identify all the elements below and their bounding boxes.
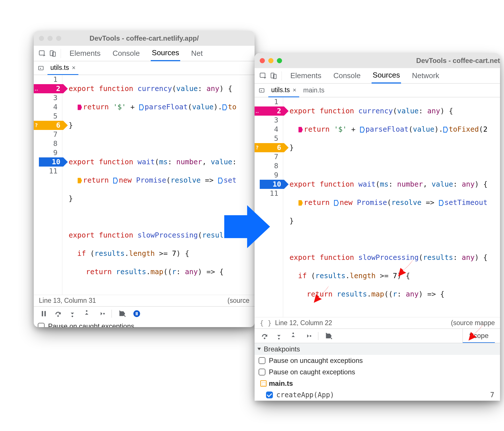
inspect-icon[interactable] [38, 49, 46, 58]
tab-elements[interactable]: Elements [289, 68, 322, 84]
step-out-icon[interactable] [288, 331, 298, 341]
breakpoint-row[interactable]: createApp(App) 7 [255, 389, 500, 401]
deactivate-breakpoints-icon[interactable] [324, 331, 334, 341]
step-marker-icon [218, 177, 223, 183]
step-icon[interactable] [96, 309, 106, 319]
file-tab-utils[interactable]: utils.ts × [47, 61, 78, 75]
tab-network[interactable]: Net [190, 46, 204, 61]
code-editor[interactable]: 1 ‥2 3 4 5 ?6 7 8 9 10 11 export functio… [255, 97, 500, 317]
source-text[interactable]: export function currency(value: any) { r… [283, 97, 487, 317]
window-title: DevTools - coffee-cart.net [353, 57, 500, 65]
step-over-icon[interactable] [53, 309, 63, 319]
close-icon[interactable]: × [293, 86, 296, 94]
pause-on-exceptions-icon[interactable] [132, 309, 142, 319]
conditional-gutter-mark: ? [255, 143, 260, 152]
step-marker-icon [334, 199, 339, 205]
pretty-print-icon[interactable]: { } [260, 319, 272, 327]
tab-console[interactable]: Console [111, 46, 141, 61]
source-map-indicator: (source [227, 297, 249, 305]
breakpoint-marker[interactable]: 10 [39, 157, 63, 167]
pause-uncaught-row[interactable]: Pause on uncaught exceptions [255, 355, 500, 366]
svg-point-16 [310, 335, 311, 337]
panel-tabs: Elements Console Sources Network [289, 68, 440, 84]
gutter[interactable]: 1 ‥2 3 4 5 ?6 7 8 9 10 11 [260, 97, 283, 317]
titlebar[interactable]: DevTools - coffee-cart.net [255, 53, 500, 68]
close-light[interactable] [39, 36, 44, 41]
source-text[interactable]: export function currency(value: any) { r… [62, 75, 237, 295]
pause-caught-label: Pause on caught exceptions [48, 322, 134, 327]
file-tabs: utils.ts × main.ts [255, 84, 500, 97]
svg-point-7 [103, 313, 105, 314]
tab-elements[interactable]: Elements [68, 46, 102, 61]
pause-caught-row[interactable]: Pause on caught exceptions [34, 321, 255, 327]
breakpoint-group-header[interactable]: ⬚ main.ts [255, 378, 500, 389]
traffic-lights [39, 36, 61, 41]
zoom-light[interactable] [277, 58, 282, 63]
devtools-window-before: DevTools - coffee-cart.netlify.app/ Elem… [34, 31, 255, 327]
checkbox[interactable] [38, 323, 45, 327]
tab-sources[interactable]: Sources [151, 46, 180, 61]
scope-tab[interactable]: Scope [463, 329, 495, 343]
tab-network[interactable]: Network [411, 68, 440, 84]
devtools-window-after: DevTools - coffee-cart.net Elements Cons… [255, 53, 500, 401]
svg-point-6 [86, 310, 87, 311]
breakpoint-marker[interactable]: 6 [260, 143, 284, 152]
minimize-light[interactable] [268, 58, 273, 63]
close-icon[interactable]: × [72, 64, 76, 72]
device-icon[interactable] [269, 72, 278, 80]
file-tab-label: utils.ts [50, 64, 69, 72]
minimize-light[interactable] [47, 36, 53, 41]
step-marker-icon [222, 104, 227, 110]
tab-sources[interactable]: Sources [372, 68, 401, 84]
breakpoints-header[interactable]: Breakpoints [255, 343, 500, 355]
toolbar-divider [112, 310, 112, 318]
zoom-light[interactable] [56, 36, 61, 41]
deactivate-breakpoints-icon[interactable] [118, 309, 127, 319]
file-tab-utils[interactable]: utils.ts × [268, 84, 299, 97]
file-icon: ⬚ [260, 380, 267, 387]
titlebar[interactable]: DevTools - coffee-cart.netlify.app/ [34, 31, 255, 46]
close-light[interactable] [260, 58, 265, 63]
code-editor[interactable]: 1 ‥2 3 4 5 ?6 7 8 9 10 11 export functio… [34, 75, 255, 295]
checkbox[interactable] [259, 369, 265, 375]
pause-uncaught-label: Pause on uncaught exceptions [269, 357, 363, 365]
step-over-icon[interactable] [260, 331, 269, 341]
pause-icon[interactable] [39, 309, 49, 319]
file-tab-main[interactable]: main.ts [300, 84, 327, 97]
breakpoint-marker[interactable]: 6 [39, 121, 63, 130]
device-icon[interactable] [49, 49, 57, 58]
breakpoint-marker[interactable]: 2 [260, 106, 284, 116]
breakpoint-marker[interactable]: 10 [260, 180, 284, 189]
debugger-toolbar [34, 306, 255, 321]
file-tabs: utils.ts × [34, 61, 255, 75]
step-marker-icon [443, 126, 448, 132]
main-toolbar: Elements Console Sources Net [34, 46, 255, 61]
breakpoint-marker[interactable]: 2 [39, 84, 63, 93]
pause-caught-label: Pause on caught exceptions [269, 368, 355, 376]
navigator-icon[interactable] [37, 64, 45, 72]
checkbox[interactable] [259, 357, 265, 364]
tab-console[interactable]: Console [332, 68, 362, 84]
step-into-icon[interactable] [68, 309, 77, 319]
conditional-icon [77, 177, 82, 183]
checkbox[interactable] [266, 392, 273, 398]
step-into-icon[interactable] [274, 331, 284, 341]
group-filename: main.ts [269, 379, 293, 387]
toolbar-divider [318, 332, 318, 340]
svg-point-14 [278, 338, 279, 339]
conditional-gutter-mark: ? [34, 121, 39, 130]
step-icon[interactable] [303, 331, 312, 341]
step-marker-icon [360, 126, 365, 132]
logpoint-gutter-mark: ‥ [255, 106, 260, 116]
svg-point-5 [72, 315, 73, 317]
gutter[interactable]: 1 ‥2 3 4 5 ?6 7 8 9 10 11 [39, 75, 62, 295]
svg-rect-12 [259, 88, 264, 92]
step-out-icon[interactable] [82, 309, 92, 319]
debugger-toolbar: Scope [255, 329, 500, 343]
svg-point-8 [133, 310, 140, 317]
inspect-icon[interactable] [259, 72, 267, 80]
toolbar-divider [281, 71, 282, 80]
logpoint-icon [298, 126, 303, 132]
pause-caught-row[interactable]: Pause on caught exceptions [255, 366, 500, 378]
navigator-icon[interactable] [258, 87, 265, 94]
